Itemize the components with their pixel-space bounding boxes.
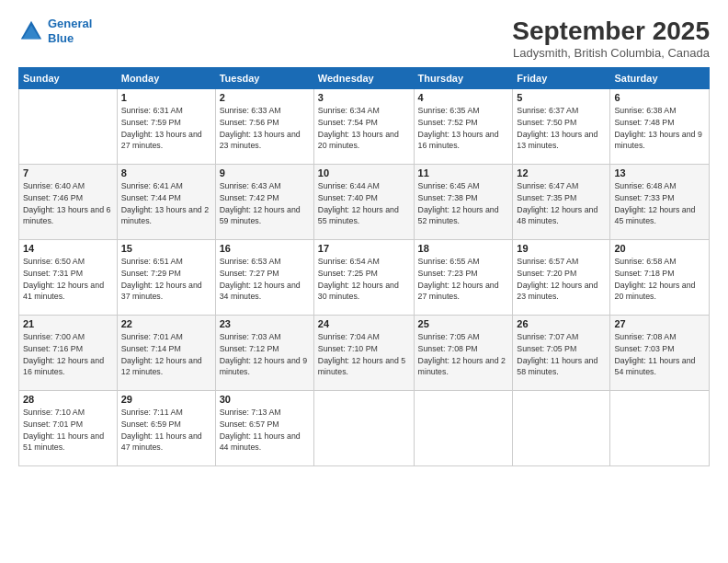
calendar-cell: 13Sunrise: 6:48 AMSunset: 7:33 PMDayligh…	[610, 165, 710, 240]
calendar-cell	[313, 391, 414, 466]
calendar-cell	[513, 391, 610, 466]
weekday-header-saturday: Saturday	[610, 68, 710, 89]
week-row-4: 21Sunrise: 7:00 AMSunset: 7:16 PMDayligh…	[19, 316, 710, 391]
cell-details: Sunrise: 7:07 AMSunset: 7:05 PMDaylight:…	[517, 331, 606, 378]
day-number: 15	[121, 243, 211, 254]
day-number: 11	[418, 167, 509, 178]
day-number: 21	[23, 318, 113, 329]
day-number: 16	[220, 243, 310, 254]
day-number: 23	[220, 318, 310, 329]
day-number: 4	[418, 92, 509, 103]
calendar-cell: 8Sunrise: 6:41 AMSunset: 7:44 PMDaylight…	[117, 165, 215, 240]
cell-details: Sunrise: 6:47 AMSunset: 7:35 PMDaylight:…	[517, 180, 606, 227]
day-number: 30	[220, 394, 310, 405]
cell-details: Sunrise: 6:54 AMSunset: 7:25 PMDaylight:…	[318, 256, 410, 303]
week-row-3: 14Sunrise: 6:50 AMSunset: 7:31 PMDayligh…	[19, 240, 710, 316]
cell-details: Sunrise: 6:43 AMSunset: 7:42 PMDaylight:…	[220, 180, 310, 227]
day-number: 24	[318, 318, 410, 329]
cell-details: Sunrise: 6:34 AMSunset: 7:54 PMDaylight:…	[318, 105, 410, 152]
day-number: 28	[23, 394, 113, 405]
day-number: 12	[517, 167, 606, 178]
calendar-cell: 22Sunrise: 7:01 AMSunset: 7:14 PMDayligh…	[117, 316, 215, 391]
weekday-header-tuesday: Tuesday	[215, 68, 313, 89]
calendar-cell: 19Sunrise: 6:57 AMSunset: 7:20 PMDayligh…	[513, 240, 610, 316]
cell-details: Sunrise: 7:01 AMSunset: 7:14 PMDaylight:…	[121, 331, 211, 378]
weekday-header-monday: Monday	[117, 68, 215, 89]
weekday-header-wednesday: Wednesday	[313, 68, 414, 89]
day-number: 8	[121, 167, 211, 178]
day-number: 26	[517, 318, 606, 329]
weekday-header-sunday: Sunday	[19, 68, 118, 89]
calendar-cell	[610, 391, 710, 466]
calendar-cell: 14Sunrise: 6:50 AMSunset: 7:31 PMDayligh…	[19, 240, 118, 316]
day-number: 1	[121, 92, 211, 103]
calendar-cell: 29Sunrise: 7:11 AMSunset: 6:59 PMDayligh…	[117, 391, 215, 466]
calendar-table: SundayMondayTuesdayWednesdayThursdayFrid…	[18, 67, 710, 466]
day-number: 18	[418, 243, 509, 254]
cell-details: Sunrise: 6:31 AMSunset: 7:59 PMDaylight:…	[121, 105, 211, 152]
calendar-cell: 26Sunrise: 7:07 AMSunset: 7:05 PMDayligh…	[513, 316, 610, 391]
cell-details: Sunrise: 7:00 AMSunset: 7:16 PMDaylight:…	[23, 331, 113, 378]
day-number: 20	[614, 243, 705, 254]
cell-details: Sunrise: 6:40 AMSunset: 7:46 PMDaylight:…	[23, 180, 113, 227]
cell-details: Sunrise: 7:04 AMSunset: 7:10 PMDaylight:…	[318, 331, 410, 378]
calendar-cell: 2Sunrise: 6:33 AMSunset: 7:56 PMDaylight…	[215, 89, 313, 165]
cell-details: Sunrise: 6:57 AMSunset: 7:20 PMDaylight:…	[517, 256, 606, 303]
cell-details: Sunrise: 7:10 AMSunset: 7:01 PMDaylight:…	[23, 407, 113, 454]
day-number: 10	[318, 167, 410, 178]
day-number: 27	[614, 318, 705, 329]
title-block: September 2025 Ladysmith, British Columb…	[512, 17, 710, 60]
weekday-header-row: SundayMondayTuesdayWednesdayThursdayFrid…	[19, 68, 710, 89]
calendar-cell: 17Sunrise: 6:54 AMSunset: 7:25 PMDayligh…	[313, 240, 414, 316]
calendar-cell: 21Sunrise: 7:00 AMSunset: 7:16 PMDayligh…	[19, 316, 118, 391]
month-title: September 2025	[512, 17, 710, 46]
calendar-cell: 16Sunrise: 6:53 AMSunset: 7:27 PMDayligh…	[215, 240, 313, 316]
calendar-cell: 1Sunrise: 6:31 AMSunset: 7:59 PMDaylight…	[117, 89, 215, 165]
cell-details: Sunrise: 6:58 AMSunset: 7:18 PMDaylight:…	[614, 256, 705, 303]
day-number: 9	[220, 167, 310, 178]
calendar-cell: 20Sunrise: 6:58 AMSunset: 7:18 PMDayligh…	[610, 240, 710, 316]
cell-details: Sunrise: 6:55 AMSunset: 7:23 PMDaylight:…	[418, 256, 509, 303]
calendar-cell: 6Sunrise: 6:38 AMSunset: 7:48 PMDaylight…	[610, 89, 710, 165]
day-number: 3	[318, 92, 410, 103]
week-row-1: 1Sunrise: 6:31 AMSunset: 7:59 PMDaylight…	[19, 89, 710, 165]
day-number: 14	[23, 243, 113, 254]
calendar-cell: 4Sunrise: 6:35 AMSunset: 7:52 PMDaylight…	[414, 89, 513, 165]
week-row-5: 28Sunrise: 7:10 AMSunset: 7:01 PMDayligh…	[19, 391, 710, 466]
cell-details: Sunrise: 6:44 AMSunset: 7:40 PMDaylight:…	[318, 180, 410, 227]
calendar-cell: 24Sunrise: 7:04 AMSunset: 7:10 PMDayligh…	[313, 316, 414, 391]
cell-details: Sunrise: 6:37 AMSunset: 7:50 PMDaylight:…	[517, 105, 606, 152]
day-number: 19	[517, 243, 606, 254]
logo-line2: Blue	[48, 31, 74, 45]
calendar-cell: 3Sunrise: 6:34 AMSunset: 7:54 PMDaylight…	[313, 89, 414, 165]
logo-icon	[18, 18, 44, 44]
calendar-cell: 30Sunrise: 7:13 AMSunset: 6:57 PMDayligh…	[215, 391, 313, 466]
page: General Blue September 2025 Ladysmith, B…	[0, 0, 728, 563]
day-number: 29	[121, 394, 211, 405]
calendar-cell: 10Sunrise: 6:44 AMSunset: 7:40 PMDayligh…	[313, 165, 414, 240]
cell-details: Sunrise: 7:11 AMSunset: 6:59 PMDaylight:…	[121, 407, 211, 454]
calendar-cell: 5Sunrise: 6:37 AMSunset: 7:50 PMDaylight…	[513, 89, 610, 165]
cell-details: Sunrise: 7:13 AMSunset: 6:57 PMDaylight:…	[220, 407, 310, 454]
calendar-cell: 9Sunrise: 6:43 AMSunset: 7:42 PMDaylight…	[215, 165, 313, 240]
location: Ladysmith, British Columbia, Canada	[512, 46, 710, 60]
day-number: 2	[220, 92, 310, 103]
cell-details: Sunrise: 6:51 AMSunset: 7:29 PMDaylight:…	[121, 256, 211, 303]
calendar-cell	[19, 89, 118, 165]
cell-details: Sunrise: 6:50 AMSunset: 7:31 PMDaylight:…	[23, 256, 113, 303]
logo-text: General Blue	[48, 17, 92, 45]
day-number: 22	[121, 318, 211, 329]
day-number: 5	[517, 92, 606, 103]
calendar-cell: 28Sunrise: 7:10 AMSunset: 7:01 PMDayligh…	[19, 391, 118, 466]
calendar-cell	[414, 391, 513, 466]
cell-details: Sunrise: 7:03 AMSunset: 7:12 PMDaylight:…	[220, 331, 310, 378]
cell-details: Sunrise: 6:35 AMSunset: 7:52 PMDaylight:…	[418, 105, 509, 152]
calendar-cell: 11Sunrise: 6:45 AMSunset: 7:38 PMDayligh…	[414, 165, 513, 240]
cell-details: Sunrise: 7:05 AMSunset: 7:08 PMDaylight:…	[418, 331, 509, 378]
day-number: 13	[614, 167, 705, 178]
calendar-cell: 12Sunrise: 6:47 AMSunset: 7:35 PMDayligh…	[513, 165, 610, 240]
cell-details: Sunrise: 6:38 AMSunset: 7:48 PMDaylight:…	[614, 105, 705, 152]
cell-details: Sunrise: 6:41 AMSunset: 7:44 PMDaylight:…	[121, 180, 211, 227]
calendar-cell: 25Sunrise: 7:05 AMSunset: 7:08 PMDayligh…	[414, 316, 513, 391]
cell-details: Sunrise: 6:45 AMSunset: 7:38 PMDaylight:…	[418, 180, 509, 227]
